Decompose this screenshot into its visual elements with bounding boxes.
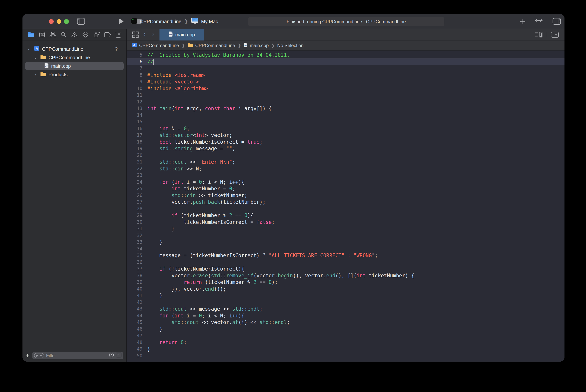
disclosure-expanded-icon[interactable]: ⌄ [33,55,38,60]
code-line[interactable]: 39 return (ticketNumber % 2 == 0); [127,279,564,286]
scheme-selector[interactable]: CPPCommandLine ❯ My Mac [131,18,218,25]
code-line[interactable]: 14 [127,112,564,119]
line-number: 32 [127,232,142,239]
scheme-target-icon [131,18,137,25]
code-line[interactable]: 47 [127,332,564,339]
code-line[interactable]: 12 [127,98,564,105]
code-line[interactable]: 24 for (int i = 0; i < N; i++){ [127,179,564,186]
code-line[interactable]: 33 } [127,239,564,246]
toggle-inspector-icon[interactable] [553,18,561,25]
breadcrumb-selection[interactable]: No Selection [277,43,304,48]
disclosure-expanded-icon[interactable]: ⌄ [27,46,32,52]
code-line[interactable]: 17 std::vector<int> vector; [127,132,564,139]
symbol-navigator-icon[interactable] [50,32,56,38]
toggle-navigator-icon[interactable] [77,18,85,25]
code-text [142,246,147,252]
add-editor-button[interactable] [551,32,559,38]
titlebar: CPPCommandLine ❯ My Mac Finished running… [23,14,564,29]
tree-item-file-selected[interactable]: c++ main.cpp [23,62,126,70]
code-line[interactable]: 41 } [127,292,564,299]
code-review-button[interactable] [534,18,543,25]
code-line[interactable]: 38 vector.erase(std::remove_if(vector.be… [127,272,564,279]
code-line[interactable]: 6// [127,58,564,65]
report-navigator-icon[interactable] [116,32,121,38]
tree-item-group[interactable]: ⌄ CPPCommandLine [23,53,126,62]
code-line[interactable]: 20 [127,152,564,159]
code-line[interactable]: 22 std::cin >> N; [127,166,564,172]
code-line[interactable]: 26 std::cin >> ticketNumber; [127,192,564,199]
breakpoint-navigator-icon[interactable] [104,32,111,38]
code-line[interactable]: 7 [127,65,564,72]
code-line[interactable]: 21 std::cout << "Enter N\n"; [127,158,564,166]
status-badge: ? [115,46,118,52]
line-number: 44 [127,312,142,319]
breadcrumb-separator: ❯ [181,43,185,48]
code-line[interactable]: 34 [127,246,564,252]
code-line[interactable]: 35 message = (ticketNumberIsCorrect) ? "… [127,252,564,259]
minimize-window-button[interactable] [57,19,61,24]
code-line[interactable]: 50 [127,352,564,359]
text-cursor [154,59,154,65]
go-forward-button[interactable]: › [152,30,155,38]
project-navigator-icon[interactable] [28,32,35,38]
code-line[interactable]: 49} [127,346,564,352]
code-line[interactable]: 37 if (!ticketNumberIsCorrect){ [127,266,564,272]
zoom-window-button[interactable] [64,19,69,24]
code-line[interactable]: 9#include <vector> [127,78,564,85]
issue-navigator-icon[interactable] [71,32,78,38]
related-items-icon[interactable] [132,32,139,39]
code-line[interactable]: 28 [127,206,564,212]
go-back-button[interactable]: ‹ [143,30,146,38]
code-text [142,98,147,105]
breadcrumb-project[interactable]: CPPCommandLine [139,43,179,48]
filter-options-icon[interactable] [34,353,44,358]
debug-navigator-icon[interactable] [93,32,100,38]
code-line[interactable]: 13int main(int argc, const char * argv[]… [127,105,564,112]
source-control-navigator-icon[interactable] [39,32,45,38]
code-text: int N = 0; [142,125,190,132]
breadcrumb-group[interactable]: CPPCommandLine [195,43,235,48]
code-line[interactable]: 48 return 0; [127,339,564,346]
tree-item-products[interactable]: › Products [23,70,126,79]
filter-field[interactable]: Filter [32,352,123,359]
editor-options-icon[interactable] [535,32,543,38]
editor-tab-main-cpp[interactable]: c++ main.cpp [160,29,204,40]
code-line[interactable]: 42 [127,299,564,306]
code-line[interactable]: 18 bool ticketNumberIsCorrect = true; [127,139,564,146]
code-line[interactable]: 29 if (ticketNumber % 2 == 0){ [127,212,564,219]
code-line[interactable]: 45 std::cout << vector.at(i) << std::end… [127,319,564,326]
add-item-button[interactable]: + [26,352,30,360]
code-line[interactable]: 5// Created by Vladyslav Baranov on 24.0… [127,52,564,58]
code-line[interactable]: 10#include <algorithm> [127,85,564,92]
test-navigator-icon[interactable] [82,32,89,38]
code-line[interactable]: 43 std::cout << message << std::endl; [127,306,564,312]
recent-files-filter-icon[interactable] [109,352,114,359]
breadcrumb-file[interactable]: main.cpp [250,43,269,48]
disclosure-collapsed-icon[interactable]: › [33,72,38,77]
code-line[interactable]: 8#include <iostream> [127,72,564,79]
run-button[interactable] [119,18,124,25]
breadcrumb-separator: ❯ [237,43,241,48]
code-line[interactable]: 40 }), vector.end()); [127,286,564,292]
code-line[interactable]: 30 ticketNumberIsCorrect = false; [127,219,564,226]
code-line[interactable]: 16 int N = 0; [127,125,564,132]
tree-item-project[interactable]: ⌄ CPPCommandLine ? [23,45,126,53]
code-line[interactable]: 46 } [127,326,564,332]
find-navigator-icon[interactable] [61,32,67,38]
code-line[interactable]: 19 std::string message = ""; [127,145,564,152]
code-line[interactable]: 27 vector.push_back(ticketNumber); [127,199,564,206]
line-number: 48 [127,339,142,346]
code-line[interactable]: 36 [127,259,564,266]
code-line[interactable]: 11 [127,92,564,98]
code-line[interactable]: 31 } [127,226,564,232]
code-line[interactable]: 25 int ticketNumber = 0; [127,185,564,192]
code-line[interactable]: 32 [127,232,564,239]
library-add-button[interactable] [520,18,526,25]
code-line[interactable]: 15 [127,118,564,125]
line-number: 10 [127,85,142,92]
code-area[interactable]: 5// Created by Vladyslav Baranov on 24.0… [127,50,564,362]
code-line[interactable]: 44 for (int i = 0; i < N; i++){ [127,312,564,319]
close-window-button[interactable] [49,19,54,24]
code-line[interactable]: 23 [127,172,564,179]
sdk-filter-icon[interactable] [116,353,121,358]
